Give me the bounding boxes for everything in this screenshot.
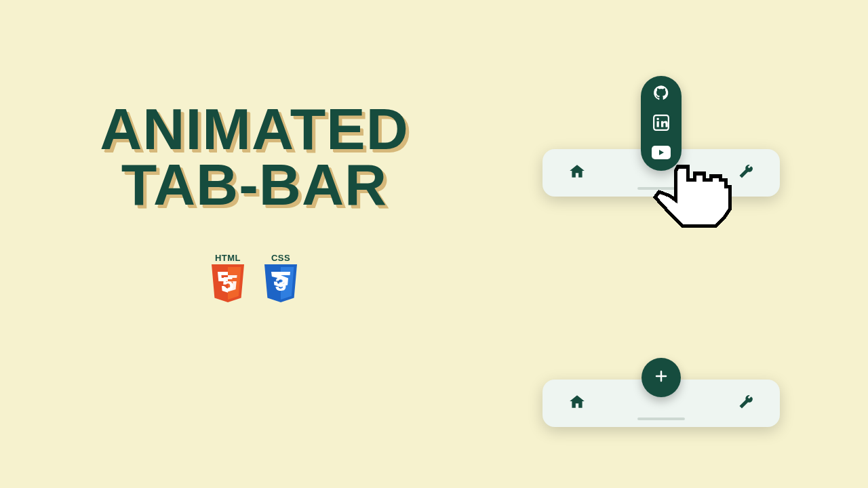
wrench-icon[interactable]	[738, 394, 754, 413]
html5-badge: HTML 5	[209, 253, 247, 308]
css3-shield-icon: 3	[262, 264, 300, 308]
tabbar-expanded	[542, 149, 780, 197]
html5-number: 5	[209, 264, 247, 308]
title-line-1: ANIMATED	[64, 102, 444, 157]
tech-badges: HTML 5 CSS 3	[64, 253, 444, 308]
github-icon[interactable]	[651, 83, 671, 103]
css3-label: CSS	[271, 253, 290, 263]
fab-add-button[interactable]	[642, 358, 681, 397]
linkedin-icon[interactable]	[651, 113, 671, 133]
tabbar-indicator	[637, 187, 685, 190]
tabbar-indicator	[637, 418, 685, 420]
page-title: ANIMATED TAB-BAR HTML 5 CSS 3	[64, 102, 444, 308]
home-icon[interactable]	[568, 393, 586, 413]
plus-icon	[653, 368, 669, 387]
tabbar-collapsed	[542, 380, 780, 427]
home-icon[interactable]	[568, 163, 586, 183]
wrench-icon[interactable]	[738, 163, 754, 182]
svg-point-2	[656, 118, 658, 120]
html5-label: HTML	[215, 253, 241, 263]
youtube-icon[interactable]	[651, 142, 671, 163]
css3-badge: CSS 3	[262, 253, 300, 308]
title-line-2: TAB-BAR	[64, 157, 444, 213]
social-popup	[641, 76, 682, 171]
html5-shield-icon: 5	[209, 264, 247, 308]
svg-rect-1	[657, 121, 659, 127]
css3-number: 3	[262, 264, 300, 308]
